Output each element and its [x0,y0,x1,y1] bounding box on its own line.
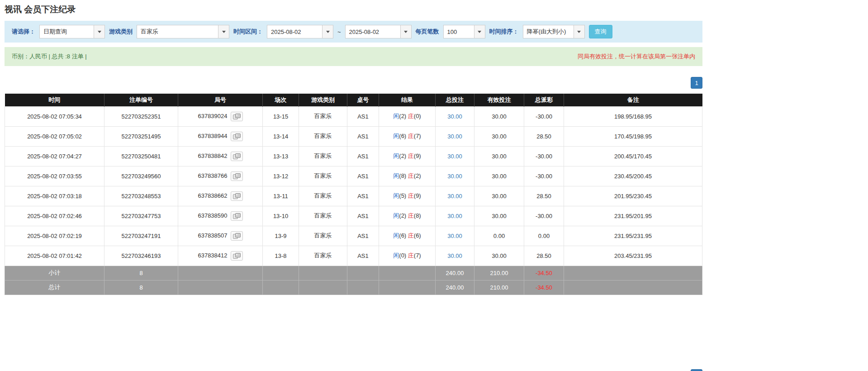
date-from-input[interactable] [267,25,322,38]
banker-result-value: (9) [414,192,421,199]
player-result-value: (6) [399,133,406,139]
col-time: 时间 [5,94,104,106]
round-number: 637839024 [198,112,227,119]
cell-bet-id: 522703247191 [104,226,178,246]
time-sort-input[interactable] [523,25,574,38]
cell-remark: 203.45/231.95 [564,246,702,266]
round-number: 637838412 [198,252,227,258]
round-number: 637838944 [198,132,227,139]
search-button[interactable]: 查询 [589,25,612,38]
cell-remark: 230.45/200.45 [564,166,702,186]
cell-time: 2025-08-02 07:05:34 [5,106,104,126]
cards-icon [233,153,241,159]
time-sort-select[interactable] [523,25,585,38]
player-result-label: 闲 [393,232,399,239]
date-to-picker[interactable] [345,25,412,38]
cell-total-bet: 30.00 [436,166,474,186]
round-result-button[interactable] [231,112,243,121]
total-bet-link[interactable]: 30.00 [447,193,462,200]
valid-bet-notice: 同局有效投注，统一计算在该局第一张注单内 [578,52,695,61]
total-payout: -34.50 [524,280,564,295]
per-page-label: 每页笔数 [416,28,439,36]
cell-table: AS1 [347,206,379,226]
round-result-button[interactable] [231,171,243,181]
cell-bet-id: 522703250481 [104,146,178,166]
cell-valid-bet: 0.00 [474,226,524,246]
round-result-button[interactable] [231,231,243,241]
per-page-caret-button[interactable] [474,25,485,38]
cell-round: 637838412 [178,246,263,266]
cell-remark: 201.95/230.45 [564,186,702,206]
cell-result: 闲(0) 庄(7) [379,246,436,266]
col-table: 桌号 [347,94,379,106]
page-content: 视讯 会员下注纪录 请选择： 游戏类别 时间区间： ~ 每页笔数 时间排序： [5,0,702,371]
cell-remark: 200.45/170.45 [564,146,702,166]
cell-time: 2025-08-02 07:04:27 [5,146,104,166]
col-payout: 总派彩 [524,94,564,106]
page-1-button[interactable]: 1 [691,77,702,89]
round-result-button[interactable] [231,152,243,161]
cell-game: 百家乐 [299,106,347,126]
per-page-select[interactable] [443,25,485,38]
cell-table: AS1 [347,186,379,206]
per-page-input[interactable] [443,25,474,38]
cell-round: 637839024 [178,106,263,126]
banker-result-label: 庄 [408,113,414,119]
cell-valid-bet: 30.00 [474,126,524,146]
currency-total-text: 币别：人民币 | 总共 :8 注单 | [12,52,87,61]
round-result-button[interactable] [231,251,243,261]
date-to-caret-button[interactable] [400,25,412,38]
query-type-select[interactable] [39,25,105,38]
round-number: 637838842 [198,152,227,159]
subtotal-label: 小计 [5,266,104,280]
table-row: 2025-08-02 07:02:46522703247753637838590… [5,206,702,226]
total-bet-link[interactable]: 30.00 [447,173,462,180]
date-from-caret-button[interactable] [322,25,333,38]
cell-game: 百家乐 [299,186,347,206]
date-to-input[interactable] [345,25,400,38]
cell-total-bet: 30.00 [436,206,474,226]
player-result-label: 闲 [393,252,399,259]
total-row: 总计 8 240.00 210.00 -34.50 [5,280,702,295]
summary-bar: 币别：人民币 | 总共 :8 注单 | 同局有效投注，统一计算在该局第一张注单内 [5,47,702,66]
game-category-input[interactable] [137,25,218,38]
game-category-caret-button[interactable] [218,25,229,38]
total-bet-link[interactable]: 30.00 [447,252,462,259]
col-game: 游戏类别 [299,94,347,106]
query-type-input[interactable] [39,25,94,38]
cell-result: 闲(6) 庄(7) [379,126,436,146]
subtotal-count: 8 [104,266,178,280]
total-bet-link[interactable]: 30.00 [447,133,462,140]
cell-table: AS1 [347,126,379,146]
date-from-picker[interactable] [267,25,333,38]
round-result-button[interactable] [231,191,243,201]
round-result-button[interactable] [231,211,243,221]
cell-valid-bet: 30.00 [474,146,524,166]
game-category-select[interactable] [137,25,229,38]
cell-session: 13-8 [263,246,299,266]
table-row: 2025-08-02 07:04:27522703250481637838842… [5,146,702,166]
cell-session: 13-9 [263,226,299,246]
banker-result-label: 庄 [408,212,414,219]
cards-icon [233,133,241,139]
select-type-label: 请选择： [12,28,35,36]
col-total-bet: 总投注 [436,94,474,106]
cell-time: 2025-08-02 07:05:02 [5,126,104,146]
round-result-button[interactable] [231,132,243,141]
query-type-caret-button[interactable] [94,25,105,38]
cell-result: 闲(8) 庄(2) [379,166,436,186]
time-range-label: 时间区间： [233,28,263,36]
cell-table: AS1 [347,226,379,246]
cell-round: 637838662 [178,186,263,206]
cell-remark: 170.45/198.95 [564,126,702,146]
time-sort-caret-button[interactable] [574,25,585,38]
total-bet-link[interactable]: 30.00 [447,213,462,219]
subtotal-valid-bet: 210.00 [474,266,524,280]
total-bet-link[interactable]: 30.00 [447,153,462,160]
cell-game: 百家乐 [299,166,347,186]
total-bet-link[interactable]: 30.00 [447,233,462,239]
cell-session: 13-12 [263,166,299,186]
total-bet-link[interactable]: 30.00 [447,113,462,120]
table-row: 2025-08-02 07:03:18522703248553637838662… [5,186,702,206]
page-1-button[interactable]: 1 [691,369,702,371]
